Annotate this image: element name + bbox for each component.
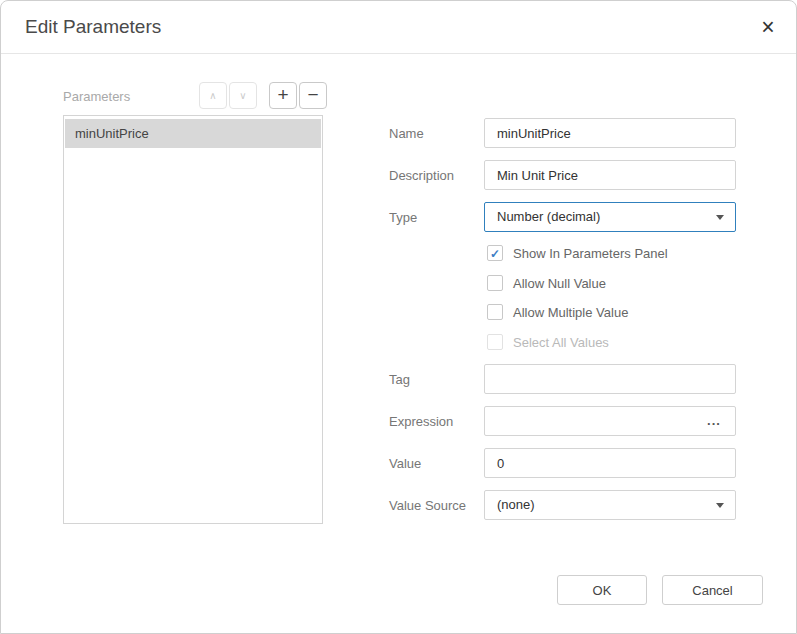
expression-label: Expression — [389, 414, 453, 429]
tag-input[interactable] — [484, 364, 736, 394]
edit-parameters-dialog: Edit Parameters × Parameters ∧ ∨ + − min… — [0, 0, 797, 634]
name-label: Name — [389, 126, 424, 141]
type-dropdown-value: Number (decimal) — [497, 203, 600, 231]
value-source-label: Value Source — [389, 498, 466, 513]
checkbox-label: Show In Parameters Panel — [513, 246, 668, 261]
chevron-down-icon: ∨ — [239, 90, 246, 101]
expression-field[interactable]: ... — [484, 406, 736, 436]
cancel-button[interactable]: Cancel — [662, 575, 763, 605]
dialog-title: Edit Parameters — [25, 1, 161, 53]
description-input[interactable] — [484, 160, 736, 190]
name-input[interactable] — [484, 118, 736, 148]
checkbox-box: ✓ — [487, 245, 503, 261]
chevron-up-icon: ∧ — [209, 90, 216, 101]
value-source-dropdown[interactable]: (none) — [484, 490, 736, 520]
ok-button[interactable]: OK — [557, 575, 647, 605]
dropdown-arrow-icon — [716, 215, 724, 220]
minus-icon: − — [307, 84, 318, 105]
type-dropdown[interactable]: Number (decimal) — [484, 202, 736, 232]
description-label: Description — [389, 168, 454, 183]
parameters-listbox: minUnitPrice — [63, 115, 323, 524]
value-source-dropdown-value: (none) — [497, 491, 535, 519]
add-parameter-button[interactable]: + — [269, 82, 297, 109]
dropdown-arrow-icon — [716, 503, 724, 508]
checkbox-label: Select All Values — [513, 335, 609, 350]
checkbox-label: Allow Multiple Value — [513, 305, 628, 320]
checkbox-box: ✓ — [487, 334, 503, 350]
move-up-button[interactable]: ∧ — [199, 82, 227, 109]
checkbox-box: ✓ — [487, 304, 503, 320]
parameters-list-label: Parameters — [63, 89, 130, 104]
move-down-button[interactable]: ∨ — [229, 82, 257, 109]
plus-icon: + — [277, 84, 288, 105]
value-input[interactable] — [484, 448, 736, 478]
type-label: Type — [389, 210, 417, 225]
list-item-minunitprice[interactable]: minUnitPrice — [65, 119, 321, 148]
value-label: Value — [389, 456, 421, 471]
checkbox-box: ✓ — [487, 275, 503, 291]
header-divider — [1, 53, 796, 54]
remove-parameter-button[interactable]: − — [299, 82, 327, 109]
checkbox-label: Allow Null Value — [513, 276, 606, 291]
expression-browse-button[interactable]: ... — [702, 409, 726, 433]
check-icon: ✓ — [490, 247, 500, 261]
tag-label: Tag — [389, 372, 410, 387]
close-icon[interactable]: × — [755, 14, 781, 40]
